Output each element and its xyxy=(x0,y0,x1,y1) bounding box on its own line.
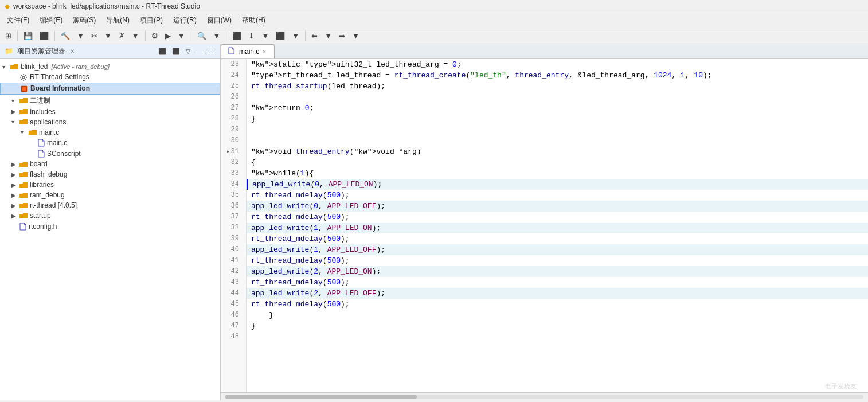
tree-arrow[interactable]: ▶ xyxy=(11,108,19,115)
toolbar-settings[interactable]: ⚙ xyxy=(148,30,161,42)
tree-arrow[interactable]: ▾ xyxy=(2,64,10,70)
code-line-41: rt_thread_mdelay(500); xyxy=(247,255,868,266)
tree-item-ram-debug[interactable]: ▶ram_debug xyxy=(0,190,220,200)
tree-item-sconscript[interactable]: SConscript xyxy=(0,148,220,159)
toolbar-target-dropdown[interactable]: ▼ xyxy=(289,30,302,42)
code-line-27: "kw">return 0; xyxy=(247,103,868,114)
tree-arrow[interactable]: ▾ xyxy=(11,97,19,104)
toolbar-target[interactable]: ⬛ xyxy=(273,30,288,42)
tree-arrow[interactable]: ▾ xyxy=(21,129,29,135)
toolbar-run[interactable]: ▶ xyxy=(162,30,174,42)
toolbar-view[interactable]: ⬛ xyxy=(229,30,244,42)
menu-item-n[interactable]: 导航(N) xyxy=(101,14,134,26)
sidebar-collapse-icon[interactable]: ⬛ xyxy=(157,47,168,56)
menu-item-e[interactable]: 编辑(E) xyxy=(35,14,67,26)
code-line-23: "kw">static "type">uint32_t led_thread_a… xyxy=(247,59,868,70)
tree-item-blink-led[interactable]: ▾blink_led[Active - ram_debug] xyxy=(0,61,220,72)
menu-item-h[interactable]: 帮助(H) xyxy=(237,14,270,26)
sidebar-sync-icon[interactable]: ⬛ xyxy=(170,47,182,56)
toolbar-run-dropdown[interactable]: ▼ xyxy=(175,30,188,42)
toolbar-search[interactable]: 🔍 xyxy=(194,30,209,42)
code-content[interactable]: "kw">static "type">uint32_t led_thread_a… xyxy=(247,59,868,392)
tree-item----[interactable]: ▾二进制 xyxy=(0,95,220,107)
toolbar-download[interactable]: ⬇ xyxy=(245,30,257,42)
menu-item-r[interactable]: 运行(R) xyxy=(169,14,201,26)
tree-item-applications[interactable]: ▾applications xyxy=(0,117,220,127)
line-number-39: 39 xyxy=(225,233,241,244)
tree-label: ram_debug xyxy=(30,191,65,199)
toolbar-debug-dropdown[interactable]: ▼ xyxy=(74,30,87,42)
code-line-48 xyxy=(247,331,868,342)
toolbar-build[interactable]: 🔨 xyxy=(58,30,73,42)
toolbar-copy[interactable]: ⬛ xyxy=(37,30,52,42)
sidebar-maximize-icon[interactable]: ☐ xyxy=(206,47,216,56)
tree-item-rt-thread-settings[interactable]: RT-Thread Settings xyxy=(0,72,220,83)
toolbar-stop-dropdown[interactable]: ▼ xyxy=(129,30,142,42)
toolbar-stop[interactable]: ✗ xyxy=(116,30,128,42)
tree-icon xyxy=(38,149,45,158)
menu-item-p[interactable]: 项目(P) xyxy=(135,14,167,26)
line-number-27: 27 xyxy=(225,103,241,114)
tree-arrow[interactable]: ▶ xyxy=(11,161,19,167)
tree-label: main.c xyxy=(47,139,67,147)
sidebar-close-icon[interactable]: ✕ xyxy=(70,48,75,54)
tab-close-button[interactable]: × xyxy=(261,49,267,55)
tree-item-rtconfig-h[interactable]: rtconfig.h xyxy=(0,221,220,232)
tree-item-flash-debug[interactable]: ▶flash_debug xyxy=(0,169,220,179)
menu-item-s[interactable]: 源码(S) xyxy=(68,14,100,26)
line-number-41: 41 xyxy=(225,255,241,266)
tree-icon xyxy=(19,108,28,116)
toolbar-forward[interactable]: ➡ xyxy=(336,30,348,42)
editor-tab-mainc[interactable]: main.c× xyxy=(221,44,275,58)
tree-arrow[interactable]: ▾ xyxy=(11,119,19,125)
line-number-45: 45 xyxy=(225,299,241,310)
tree-arrow[interactable]: ▶ xyxy=(11,171,19,178)
code-line-28: } xyxy=(247,114,868,124)
tree-item-board-information[interactable]: Board Information xyxy=(0,83,220,95)
tree-arrow[interactable]: ▶ xyxy=(11,213,19,219)
menu-item-f[interactable]: 文件(F) xyxy=(2,14,34,26)
sidebar-dropdown-icon[interactable]: ▽ xyxy=(184,47,192,56)
tree-item-startup[interactable]: ▶startup xyxy=(0,210,220,221)
tree-item-libraries[interactable]: ▶libraries xyxy=(0,179,220,190)
code-container[interactable]: 2324252627282930313233343536373839404142… xyxy=(221,59,868,392)
toolbar-forward-dropdown[interactable]: ▼ xyxy=(349,30,362,42)
tree-icon xyxy=(10,63,18,71)
sidebar-minimize-icon[interactable]: — xyxy=(194,47,204,56)
toolbar-back-dropdown[interactable]: ▼ xyxy=(322,30,335,42)
toolbar-cut[interactable]: ✂ xyxy=(88,30,100,42)
menu-item-w[interactable]: 窗口(W) xyxy=(202,14,236,26)
editor-tabs: main.c× xyxy=(221,44,868,59)
toolbar-sep-4 xyxy=(191,31,191,41)
toolbar-search-dropdown[interactable]: ▼ xyxy=(210,30,224,42)
title-icon: ◆ xyxy=(5,2,10,10)
tree-arrow[interactable]: ▶ xyxy=(11,202,19,209)
code-line-43: rt_thread_mdelay(500); xyxy=(247,277,868,288)
tree-icon xyxy=(19,118,28,126)
tab-file-icon xyxy=(228,47,234,56)
toolbar-sep-5 xyxy=(226,31,226,41)
tree-icon xyxy=(29,128,37,136)
tree-item-board[interactable]: ▶board xyxy=(0,159,220,169)
main-layout: 📁 项目资源管理器 ✕ ⬛ ⬛ ▽ — ☐ ▾blink_led[Active … xyxy=(0,44,868,400)
line-number-38: 38 xyxy=(225,223,241,233)
tree-label: RT-Thread Settings xyxy=(30,73,89,81)
toolbar-new[interactable]: ⊞ xyxy=(2,30,14,42)
toolbar-cut-dropdown[interactable]: ▼ xyxy=(101,30,115,42)
toolbar-download-dropdown[interactable]: ▼ xyxy=(259,30,272,42)
toolbar-save[interactable]: 💾 xyxy=(21,30,36,42)
line-number-34: 34 xyxy=(225,179,241,190)
tree-arrow[interactable]: ▶ xyxy=(11,182,19,188)
line-number-35: 35 xyxy=(225,190,241,201)
tree-item-includes[interactable]: ▶Includes xyxy=(0,107,220,117)
tree-item-main-c[interactable]: main.c xyxy=(0,138,220,149)
tree-item-main-c[interactable]: ▾main.c xyxy=(0,127,220,138)
code-line-31: "kw">void thread_entry("kw">void *arg) xyxy=(247,146,868,157)
editor-bottom-scrollbar[interactable] xyxy=(221,392,868,400)
tree-label: 二进制 xyxy=(30,96,50,106)
line-number-46: 46 xyxy=(225,310,241,321)
tree-item-rt-thread--4-0-5-[interactable]: ▶rt-thread [4.0.5] xyxy=(0,200,220,210)
tree-icon xyxy=(19,96,28,104)
toolbar-back[interactable]: ⬅ xyxy=(308,30,320,42)
tree-arrow[interactable]: ▶ xyxy=(11,192,19,198)
